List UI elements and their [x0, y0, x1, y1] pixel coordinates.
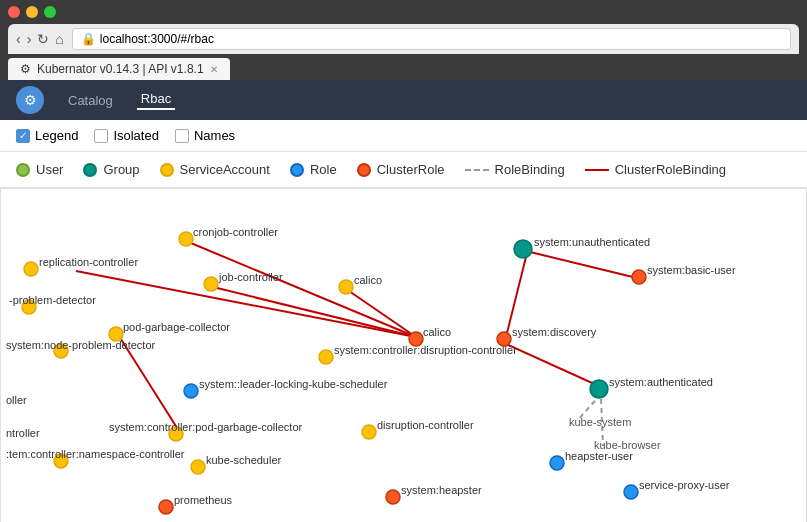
rolebinding-label: RoleBinding	[495, 162, 565, 177]
clusterrole-dot	[357, 163, 371, 177]
browser-toolbar: ‹ › ↻ ⌂ 🔒 localhost:3000/#/rbac	[8, 24, 799, 54]
node-heapster-user[interactable]	[550, 456, 564, 470]
names-label: Names	[194, 128, 235, 143]
type-user: User	[16, 162, 63, 177]
node-leader-locking[interactable]	[184, 384, 198, 398]
isolated-checkbox-item[interactable]: Isolated	[94, 128, 159, 143]
reload-button[interactable]: ↻	[37, 31, 49, 47]
type-role: Role	[290, 162, 337, 177]
rolebinding-line	[465, 169, 489, 171]
node-system-discovery[interactable]	[497, 332, 511, 346]
tab-bar: ⚙ Kubernator v0.14.3 | API v1.8.1 ✕	[8, 58, 799, 80]
graph-svg: cronjob-controller replication-controlle…	[1, 189, 806, 522]
node-service-proxy-user[interactable]	[624, 485, 638, 499]
address-bar[interactable]: 🔒 localhost:3000/#/rbac	[72, 28, 791, 50]
node-system-heapster[interactable]	[386, 490, 400, 504]
label-system-node-problem-detector: system:node-problem-detector	[6, 339, 156, 351]
node-disruption-controller[interactable]	[362, 425, 376, 439]
type-clusterrole: ClusterRole	[357, 162, 445, 177]
tab-title: Kubernator v0.14.3 | API v1.8.1	[37, 62, 204, 76]
label-problem-detector: -problem-detector	[9, 294, 96, 306]
isolated-checkbox[interactable]	[94, 129, 108, 143]
close-button[interactable]	[8, 6, 20, 18]
role-label: Role	[310, 162, 337, 177]
label-leader-locking: system::leader-locking-kube-scheduler	[199, 378, 388, 390]
label-calico-sa: calico	[354, 274, 382, 286]
user-label: User	[36, 162, 63, 177]
node-prometheus[interactable]	[159, 500, 173, 514]
tab-icon: ⚙	[20, 62, 31, 76]
label-heapster-user: heapster-user	[565, 450, 633, 462]
traffic-lights	[8, 6, 799, 18]
forward-button[interactable]: ›	[27, 31, 32, 47]
clusterrolebinding-line	[585, 169, 609, 171]
label-replication-controller: replication-controller	[39, 256, 138, 268]
label-prometheus: prometheus	[174, 494, 233, 506]
names-checkbox-item[interactable]: Names	[175, 128, 235, 143]
type-rolebinding: RoleBinding	[465, 162, 565, 177]
legend-label: Legend	[35, 128, 78, 143]
edge-discovery-auth	[506, 344, 601, 387]
node-calico-sa[interactable]	[339, 280, 353, 294]
label-system-unauthenticated: system:unauthenticated	[534, 236, 650, 248]
nav-rbac[interactable]: Rbac	[137, 91, 175, 110]
label-cronjob-controller: cronjob-controller	[193, 226, 278, 238]
group-dot	[83, 163, 97, 177]
label-disruption-controller-sa: system:controller:disruption-controller	[334, 344, 517, 356]
isolated-label: Isolated	[113, 128, 159, 143]
app-content: ⚙ Catalog Rbac ✓ Legend Isolated Names U…	[0, 80, 807, 522]
minimize-button[interactable]	[26, 6, 38, 18]
legend-checkbox-item[interactable]: ✓ Legend	[16, 128, 78, 143]
url-text: localhost:3000/#/rbac	[100, 32, 214, 46]
label-system-authenticated: system:authenticated	[609, 376, 713, 388]
graph-area: cronjob-controller replication-controlle…	[0, 188, 807, 522]
node-cronjob-controller[interactable]	[179, 232, 193, 246]
node-system-basic-user[interactable]	[632, 270, 646, 284]
browser-chrome: ‹ › ↻ ⌂ 🔒 localhost:3000/#/rbac ⚙ Kubern…	[0, 0, 807, 80]
serviceaccount-label: ServiceAccount	[180, 162, 270, 177]
browser-nav: ‹ › ↻ ⌂	[16, 31, 64, 47]
type-group: Group	[83, 162, 139, 177]
label-oller: oller	[6, 394, 27, 406]
app-nav: ⚙ Catalog Rbac	[0, 80, 807, 120]
back-button[interactable]: ‹	[16, 31, 21, 47]
label-kube-system: kube-system	[569, 416, 631, 428]
label-pod-gc-ctrl: system:controller:pod-garbage-collector	[109, 421, 303, 433]
label-ntroller: ntroller	[6, 427, 40, 439]
names-checkbox[interactable]	[175, 129, 189, 143]
types-legend-bar: User Group ServiceAccount Role ClusterRo…	[0, 152, 807, 188]
label-system-heapster: system:heapster	[401, 484, 482, 496]
label-pod-garbage-collector: pod-garbage-collector	[123, 321, 230, 333]
role-dot	[290, 163, 304, 177]
label-service-proxy-user: service-proxy-user	[639, 479, 730, 491]
node-system-authenticated[interactable]	[590, 380, 608, 398]
label-job-controller: job-controller	[218, 271, 283, 283]
node-kube-scheduler[interactable]	[191, 460, 205, 474]
browser-tab[interactable]: ⚙ Kubernator v0.14.3 | API v1.8.1 ✕	[8, 58, 230, 80]
maximize-button[interactable]	[44, 6, 56, 18]
lock-icon: 🔒	[81, 32, 96, 46]
label-system-discovery: system:discovery	[512, 326, 597, 338]
tab-close-button[interactable]: ✕	[210, 64, 218, 75]
serviceaccount-dot	[160, 163, 174, 177]
type-serviceaccount: ServiceAccount	[160, 162, 270, 177]
edge-unauth-basicuser	[526, 251, 641, 279]
node-disruption-controller-sa[interactable]	[319, 350, 333, 364]
app-logo: ⚙	[16, 86, 44, 114]
node-job-controller[interactable]	[204, 277, 218, 291]
label-disruption-controller: disruption-controller	[377, 419, 474, 431]
user-dot	[16, 163, 30, 177]
label-namespace-controller: :tem:controller:namespace-controller	[6, 448, 185, 460]
legend-checkbox[interactable]: ✓	[16, 129, 30, 143]
edge-unauth-discovery	[506, 257, 526, 337]
nav-catalog[interactable]: Catalog	[64, 93, 117, 108]
node-system-unauthenticated[interactable]	[514, 240, 532, 258]
clusterrole-label: ClusterRole	[377, 162, 445, 177]
clusterrolebinding-label: ClusterRoleBinding	[615, 162, 726, 177]
label-kube-scheduler: kube-scheduler	[206, 454, 282, 466]
home-button[interactable]: ⌂	[55, 31, 63, 47]
type-clusterrolebinding: ClusterRoleBinding	[585, 162, 726, 177]
node-replication-controller[interactable]	[24, 262, 38, 276]
group-label: Group	[103, 162, 139, 177]
label-system-basic-user: system:basic-user	[647, 264, 736, 276]
